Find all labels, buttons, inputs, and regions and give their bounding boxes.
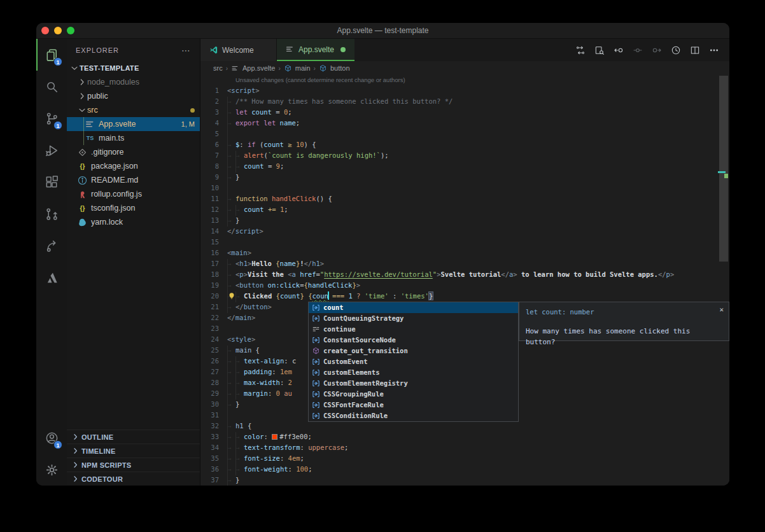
activity-item-run-debug[interactable]: [36, 134, 67, 166]
code-token: padding: [244, 368, 272, 375]
suggest-item-create_out_transition[interactable]: create_out_transition: [309, 346, 518, 356]
current-change-icon[interactable]: [633, 45, 643, 55]
activity-item-live-share[interactable]: [36, 230, 67, 262]
code-line-6: 6→$: if (count ≥ 10) {: [200, 139, 729, 150]
code-token: let: [235, 108, 248, 116]
github-pr-icon: [45, 207, 59, 221]
code-token: https://svelte.dev/tutorial: [324, 270, 433, 278]
activity-item-azure[interactable]: [36, 262, 67, 293]
indent-guide: →: [227, 302, 235, 313]
previous-change-icon[interactable]: [614, 45, 624, 55]
indent-guide: →: [227, 421, 235, 432]
activity-item-github-pull-requests[interactable]: [36, 198, 67, 230]
indent-guide: →: [227, 475, 235, 486]
close-icon[interactable]: ✕: [719, 304, 724, 315]
tree-item-tsconfig.json[interactable]: {}tsconfig.json: [67, 201, 200, 215]
breadcrumb-item-App-svelte[interactable]: App.svelte: [242, 64, 275, 72]
sidebar-more-actions-icon[interactable]: ⋯: [181, 45, 191, 55]
variable-icon: [312, 401, 320, 409]
tree-item-node-modules[interactable]: node_modules: [67, 75, 200, 89]
activity-item-explorer[interactable]: 1: [36, 39, 67, 71]
suggest-item-continue[interactable]: continue: [309, 324, 518, 335]
suggest-item-CustomEvent[interactable]: CustomEvent: [309, 356, 518, 367]
suggest-item-ConstantSourceNode[interactable]: ConstantSourceNode: [309, 335, 518, 346]
code-line-16: 16<main>: [200, 248, 729, 258]
tree-item-package.json[interactable]: {}package.json: [67, 159, 200, 173]
tree-item-rollup.config.js[interactable]: rollup.config.js: [67, 187, 200, 201]
line-number: 36: [200, 464, 227, 475]
tree-item-public[interactable]: public: [67, 89, 200, 103]
section-outline[interactable]: OUTLINE: [67, 430, 200, 444]
code-token: script: [231, 87, 255, 94]
scrollbar-thumb[interactable]: [719, 76, 728, 262]
suggest-item-count[interactable]: count: [309, 302, 518, 313]
section-label: NPM SCRIPTS: [81, 461, 131, 469]
suggest-item-CustomElementRegistry[interactable]: CustomElementRegistry: [309, 378, 518, 389]
activity-item-settings[interactable]: [36, 454, 67, 486]
breadcrumb-item-button[interactable]: button: [330, 64, 350, 72]
code-token: function: [235, 195, 268, 202]
code-token: (: [256, 141, 264, 148]
timeline-icon[interactable]: [671, 45, 681, 55]
suggest-item-CSSGroupingRule[interactable]: CSSGroupingRule: [309, 389, 518, 400]
breadcrumb-item-src[interactable]: src: [213, 64, 223, 72]
next-change-icon[interactable]: [652, 45, 662, 55]
activity-item-search[interactable]: [36, 71, 67, 102]
suggest-item-customElements[interactable]: customElements: [309, 367, 518, 378]
lightbulb-icon[interactable]: [227, 291, 236, 301]
suggest-item-CountQueuingStrategy[interactable]: CountQueuingStrategy: [309, 313, 518, 324]
split-editor-icon[interactable]: [690, 45, 700, 55]
indent-guide: →: [235, 151, 244, 162]
zoom-window-button[interactable]: [67, 27, 74, 34]
tree-item-README.md[interactable]: README.md: [67, 173, 200, 187]
tab-welcome[interactable]: Welcome: [200, 39, 277, 61]
code-line-11: 11→function handleClick() {: [200, 193, 729, 204]
overview-ruler-change-marker: [724, 174, 728, 178]
tab-app-svelte[interactable]: App.svelte: [277, 39, 354, 61]
tree-item-src[interactable]: src: [67, 103, 200, 117]
code-token: color: [244, 433, 264, 440]
open-preview-icon[interactable]: [594, 45, 605, 55]
suggest-item-CSSFontFaceRule[interactable]: CSSFontFaceRule: [309, 400, 518, 410]
settings-gear-icon: [45, 463, 59, 477]
code-token: >: [670, 270, 674, 278]
indent-guide: →: [235, 356, 244, 367]
open-changes-icon[interactable]: [575, 45, 586, 55]
close-window-button[interactable]: [41, 27, 49, 34]
line-number: 35: [200, 453, 227, 464]
code-line-32: 32→h1 {: [200, 421, 729, 431]
section-timeline[interactable]: TIMELINE: [67, 444, 200, 458]
code-token: max-width: [244, 379, 280, 386]
tree-item-TEST-TEMPLATE[interactable]: TEST-TEMPLATE: [67, 61, 200, 75]
section-codetour[interactable]: CODETOUR: [67, 472, 200, 486]
sidebar-header: EXPLORER ⋯: [67, 39, 200, 61]
indent-guide: →: [227, 162, 235, 172]
tab-label: Welcome: [222, 46, 254, 55]
code-line-1: 1<script>: [200, 85, 729, 96]
code-token: let: [263, 119, 276, 127]
more-actions-icon[interactable]: [709, 45, 719, 55]
git-status-badge: 1, M: [181, 120, 195, 128]
activity-item-accounts[interactable]: 1: [36, 422, 67, 454]
activity-item-extensions[interactable]: [36, 166, 67, 198]
tree-item-App.svelte[interactable]: App.svelte1, M: [67, 117, 200, 131]
chevron-right-icon: [71, 446, 80, 456]
code-token: text-transform: [244, 444, 300, 451]
suggest-item-label: customElements: [323, 367, 380, 378]
section-npm-scripts[interactable]: NPM SCRIPTS: [67, 458, 200, 472]
tree-item-.gitignore[interactable]: .gitignore: [67, 145, 200, 159]
svelte-file-icon: [85, 119, 95, 130]
code-token: main: [235, 314, 251, 321]
json-icon: {}: [77, 203, 88, 214]
code-token: >: [248, 249, 251, 256]
suggest-item-CSSConditionRule[interactable]: CSSConditionRule: [309, 410, 518, 421]
tree-item-yarn.lock[interactable]: yarn.lock: [67, 215, 200, 229]
line-number: 5: [200, 129, 227, 139]
tree-item-main.ts[interactable]: TSmain.ts: [67, 131, 200, 145]
breadcrumb-item-main[interactable]: main: [295, 64, 311, 72]
code-token: :: [280, 454, 288, 462]
code-token: ;: [288, 108, 291, 116]
code-editor[interactable]: Unsaved changes (cannot determine recent…: [200, 75, 729, 486]
activity-item-source-control[interactable]: 1: [36, 102, 67, 134]
minimize-window-button[interactable]: [54, 27, 62, 34]
